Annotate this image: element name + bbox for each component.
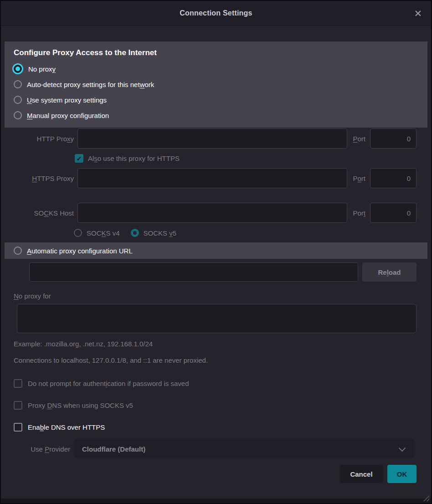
radio-socks-v5-selected[interactable]: [131, 229, 139, 237]
socks-port-input[interactable]: [370, 203, 417, 223]
dns-provider-row: Use Provider Cloudflare (Default): [1, 439, 414, 458]
use-provider-label: Use Provider: [1, 445, 75, 453]
radio-no-proxy[interactable]: No proxy: [5, 61, 427, 77]
dialog-titlebar: Connection Settings ✕: [1, 1, 431, 26]
socks-version-row: SOCKS v4 SOCKS v5: [74, 229, 431, 237]
radio-system-proxy-label: Use system proxy settings: [27, 96, 107, 104]
manual-proxy-section: HTTP Proxy Port ✓ Also use this proxy fo…: [1, 128, 431, 237]
dns-provider-select[interactable]: Cloudflare (Default): [75, 439, 414, 458]
radio-auto-url[interactable]: Automatic proxy configuration URL: [5, 242, 427, 259]
radio-system-proxy[interactable]: Use system proxy settings: [5, 92, 427, 108]
check-icon: ✓: [77, 155, 82, 162]
enable-doh-checkbox-row[interactable]: Enable DNS over HTTPS: [14, 423, 431, 432]
socks-v4-label: SOCKS v4: [87, 229, 120, 237]
auto-url-input[interactable]: [29, 262, 358, 282]
dialog-buttons: Cancel OK: [1, 465, 417, 483]
https-proxy-input[interactable]: [77, 168, 347, 188]
socks-host-label: SOCKS Host: [9, 209, 77, 217]
https-port-label: Port: [353, 175, 365, 182]
proxy-mode-group: Configure Proxy Access to the Internet N…: [5, 41, 427, 128]
dialog-content: Configure Proxy Access to the Internet N…: [1, 26, 431, 499]
socks-v5-label: SOCKS v5: [144, 229, 177, 237]
checkbox-icon[interactable]: [14, 401, 22, 410]
no-prompt-auth-label: Do not prompt for authentication if pass…: [28, 380, 189, 387]
socks-port-label: Port: [353, 209, 365, 217]
cancel-button[interactable]: Cancel: [339, 465, 383, 483]
radio-socks-v4[interactable]: [74, 229, 82, 237]
connection-settings-dialog: Connection Settings ✕ Configure Proxy Ac…: [0, 0, 432, 504]
enable-doh-label: Enable DNS over HTTPS: [28, 423, 105, 431]
group-heading: Configure Proxy Access to the Internet: [14, 48, 427, 57]
http-port-input[interactable]: [370, 129, 417, 149]
radio-manual-proxy[interactable]: Manual proxy configuration: [5, 108, 427, 123]
auto-url-row: Reload: [29, 262, 417, 282]
dns-provider-value: Cloudflare (Default): [82, 445, 145, 453]
checkbox-icon[interactable]: [14, 423, 22, 432]
no-proxy-for-textarea[interactable]: [17, 304, 417, 333]
checkbox-icon[interactable]: [14, 379, 22, 388]
https-port-input[interactable]: [370, 168, 417, 188]
no-proxy-example: Example: .mozilla.org, .net.nz, 192.168.…: [14, 340, 431, 348]
proxy-dns-checkbox-row[interactable]: Proxy DNS when using SOCKS v5: [14, 401, 431, 410]
http-proxy-label: HTTP Proxy: [9, 135, 77, 143]
radio-selected-icon[interactable]: [12, 63, 23, 74]
no-prompt-auth-checkbox-row[interactable]: Do not prompt for authentication if pass…: [14, 379, 431, 388]
proxy-dns-label: Proxy DNS when using SOCKS v5: [28, 401, 133, 409]
also-https-label: Also use this proxy for HTTPS: [88, 154, 180, 162]
auto-url-label: Automatic proxy configuration URL: [27, 247, 133, 255]
ok-button[interactable]: OK: [387, 465, 417, 483]
radio-auto-detect-label: Auto-detect proxy settings for this netw…: [27, 81, 154, 88]
socks-host-input[interactable]: [77, 203, 347, 223]
localhost-note: Connections to localhost, 127.0.0.1/8, a…: [14, 356, 431, 364]
radio-manual-proxy-label: Manual proxy configuration: [27, 112, 109, 119]
close-button[interactable]: ✕: [412, 7, 424, 20]
radio-icon[interactable]: [14, 247, 22, 255]
http-port-label: Port: [353, 135, 365, 143]
also-https-checkbox-row[interactable]: ✓ Also use this proxy for HTTPS: [75, 154, 431, 163]
https-proxy-label: HTTPS Proxy: [9, 175, 77, 182]
https-proxy-row: HTTPS Proxy Port: [1, 168, 431, 188]
close-icon: ✕: [414, 8, 422, 19]
radio-icon[interactable]: [14, 80, 22, 88]
http-proxy-input[interactable]: [77, 129, 347, 149]
http-proxy-row: HTTP Proxy Port: [1, 129, 431, 149]
radio-no-proxy-label: No proxy: [28, 65, 56, 73]
dialog-bottom-edge: [1, 499, 431, 503]
radio-icon[interactable]: [14, 96, 22, 104]
chevron-down-icon: [399, 444, 406, 452]
socks-host-row: SOCKS Host Port: [1, 203, 431, 223]
reload-button[interactable]: Reload: [362, 262, 417, 282]
checkbox-checked-icon[interactable]: ✓: [75, 154, 83, 163]
radio-icon[interactable]: [14, 111, 22, 119]
dialog-title: Connection Settings: [180, 9, 252, 17]
no-proxy-for-label: No proxy for: [14, 292, 431, 300]
radio-auto-detect[interactable]: Auto-detect proxy settings for this netw…: [5, 77, 427, 92]
